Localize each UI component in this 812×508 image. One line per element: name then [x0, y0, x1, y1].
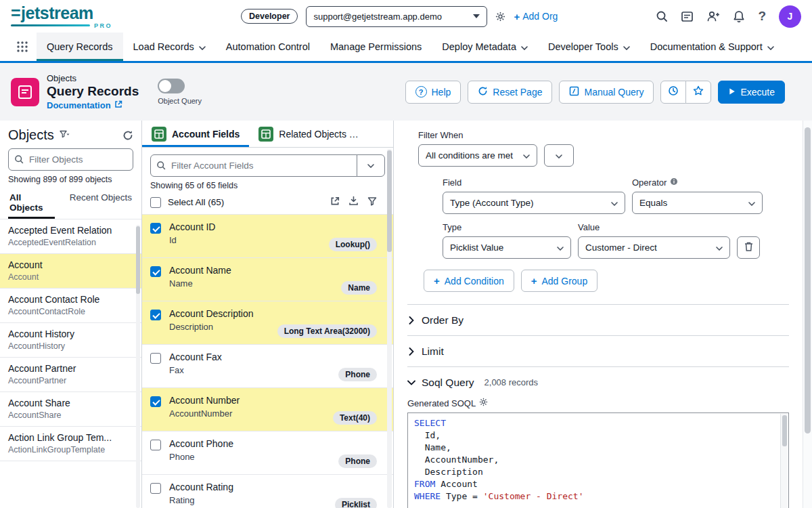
- field-row[interactable]: Account Number AccountNumber Text(40): [142, 387, 393, 431]
- field-row[interactable]: Account Rating Rating Picklist: [142, 474, 393, 508]
- nav-item-automation-control[interactable]: Automation Control: [216, 33, 320, 61]
- filter-scope-dropdown[interactable]: [544, 144, 574, 167]
- field-type-badge: Picklist: [335, 498, 377, 508]
- object-list-item[interactable]: Accepted Event Relation AcceptedEventRel…: [0, 219, 141, 254]
- object-list-item[interactable]: Account Partner AccountPartner: [0, 358, 141, 392]
- org-select-dropdown[interactable]: support@getjetstream.app.demo: [306, 6, 487, 27]
- search-icon[interactable]: [656, 10, 668, 22]
- filter-objects-input[interactable]: [8, 148, 133, 171]
- nav-item-deploy-metadata[interactable]: Deploy Metadata: [432, 33, 538, 61]
- tab-all-objects[interactable]: All Objects: [8, 190, 55, 219]
- chevron-down-icon: [199, 41, 206, 52]
- object-list-item[interactable]: Account History AccountHistory: [0, 323, 141, 358]
- org-settings-gear-icon[interactable]: [495, 12, 505, 22]
- scrollbar-thumb[interactable]: [805, 127, 811, 433]
- documentation-link[interactable]: Documentation: [47, 100, 139, 110]
- object-query-toggle[interactable]: [158, 79, 185, 93]
- field-checkbox-checked[interactable]: [150, 310, 161, 320]
- tab-related-objects[interactable]: Related Objects (S...: [249, 121, 371, 147]
- editor-scrollbar[interactable]: [780, 414, 788, 508]
- tab-account-fields[interactable]: Account Fields: [142, 121, 249, 147]
- download-icon[interactable]: [348, 196, 359, 209]
- app-grid-icon[interactable]: [8, 33, 37, 61]
- field-checkbox-checked[interactable]: [150, 396, 161, 407]
- scrollbar-thumb[interactable]: [387, 150, 392, 252]
- refresh-objects-icon[interactable]: [122, 130, 133, 141]
- chevron-down-icon: [623, 41, 630, 52]
- tab-recent-objects[interactable]: Recent Objects: [68, 190, 133, 219]
- delete-condition-button[interactable]: [737, 236, 760, 259]
- star-icon: [693, 85, 704, 98]
- field-row[interactable]: Account Phone Phone Phone: [142, 431, 393, 474]
- object-list-item[interactable]: Action Link Group Tem... ActionLinkGroup…: [0, 427, 141, 461]
- question-circle-icon: ?: [415, 86, 427, 98]
- scrollbar-thumb[interactable]: [136, 226, 140, 294]
- objects-list: Accepted Event Relation AcceptedEventRel…: [0, 219, 141, 508]
- nav-item-query-records[interactable]: Query Records: [37, 33, 123, 61]
- objects-scrollbar[interactable]: [136, 225, 140, 508]
- plus-icon: +: [434, 275, 440, 287]
- add-org-button[interactable]: + Add Org: [514, 11, 558, 22]
- field-checkbox-checked[interactable]: [150, 266, 161, 277]
- field-row[interactable]: Account Fax Fax Phone: [142, 344, 393, 387]
- fields-scrollbar[interactable]: [387, 149, 392, 508]
- field-checkbox[interactable]: [150, 483, 161, 494]
- record-lookup-icon[interactable]: [681, 10, 694, 23]
- condition-type-dropdown[interactable]: Picklist Value: [443, 236, 571, 259]
- notifications-bell-icon[interactable]: [733, 10, 745, 23]
- field-checkbox[interactable]: [150, 440, 161, 450]
- limit-accordion-header[interactable]: Limit: [407, 336, 789, 366]
- order-by-accordion-header[interactable]: Order By: [407, 305, 789, 335]
- field-checkbox-checked[interactable]: [150, 223, 161, 234]
- field-checkbox[interactable]: [150, 353, 161, 364]
- jetstream-logo[interactable]: =jetstream PRO: [11, 4, 139, 29]
- field-type-badge: Text(40): [333, 411, 377, 425]
- favorites-button[interactable]: [685, 81, 711, 104]
- gear-icon[interactable]: [479, 398, 488, 408]
- field-row[interactable]: Account Name Name Name: [142, 257, 393, 301]
- scrollbar-thumb[interactable]: [782, 415, 787, 446]
- condition-field-dropdown[interactable]: Type (Account Type): [443, 192, 625, 214]
- add-group-button[interactable]: + Add Group: [521, 270, 597, 292]
- filter-fields-input[interactable]: [150, 154, 357, 177]
- nav-item-load-records[interactable]: Load Records: [123, 33, 216, 61]
- select-all-checkbox[interactable]: [150, 197, 161, 208]
- help-button[interactable]: ? Help: [405, 81, 461, 104]
- refresh-icon: [478, 86, 488, 98]
- query-history-button[interactable]: [660, 81, 686, 104]
- filter-icon[interactable]: [367, 196, 377, 209]
- condition-operator-dropdown[interactable]: Equals: [632, 192, 763, 214]
- chevron-down-icon: [748, 198, 755, 208]
- soql-editor[interactable]: SELECT Id, Name, AccountNumber, Descript…: [407, 412, 789, 508]
- open-in-new-icon[interactable]: [330, 196, 340, 209]
- object-list-item[interactable]: Account Share AccountShare: [0, 392, 141, 427]
- logo-text: jetstream: [21, 3, 93, 22]
- add-condition-button[interactable]: + Add Condition: [424, 270, 514, 292]
- nav-item-developer-tools[interactable]: Developer Tools: [538, 33, 640, 61]
- soql-accordion-header[interactable]: Soql Query 2,008 records: [407, 367, 789, 398]
- filter-when-dropdown[interactable]: All conditions are met: [418, 144, 537, 167]
- editor-window-icon: [569, 86, 579, 98]
- manual-query-button[interactable]: Manual Query: [559, 81, 654, 104]
- page-scrollbar[interactable]: [803, 121, 812, 508]
- filter-when-label: Filter When: [418, 130, 789, 140]
- object-type-filter-icon[interactable]: [60, 129, 70, 142]
- logo-pro-label: PRO: [94, 22, 112, 29]
- nav-item-manage-permissions[interactable]: Manage Permissions: [320, 33, 432, 61]
- reset-page-button[interactable]: Reset Page: [468, 81, 552, 104]
- object-list-item[interactable]: Account Contact Role AccountContactRole: [0, 289, 141, 323]
- nav-item-documentation-support[interactable]: Documentation & Support: [640, 33, 784, 61]
- field-row[interactable]: Account Description Description Long Tex…: [142, 301, 393, 344]
- app-root: =jetstream PRO Developer support@getjets…: [0, 0, 812, 508]
- field-filter-dropdown-button[interactable]: [357, 154, 385, 177]
- user-access-icon[interactable]: [706, 10, 720, 22]
- field-row[interactable]: Account ID Id Lookup(): [142, 214, 393, 257]
- chevron-right-icon: [409, 316, 414, 324]
- object-list-item-selected[interactable]: Account Account: [0, 254, 141, 289]
- chevron-right-icon: [409, 347, 414, 356]
- objects-count-text: Showing 899 of 899 objects: [0, 175, 141, 190]
- avatar[interactable]: J: [779, 5, 801, 28]
- execute-button[interactable]: Execute: [718, 81, 785, 104]
- condition-value-dropdown[interactable]: Customer - Direct: [578, 236, 730, 259]
- help-icon[interactable]: ?: [758, 9, 766, 24]
